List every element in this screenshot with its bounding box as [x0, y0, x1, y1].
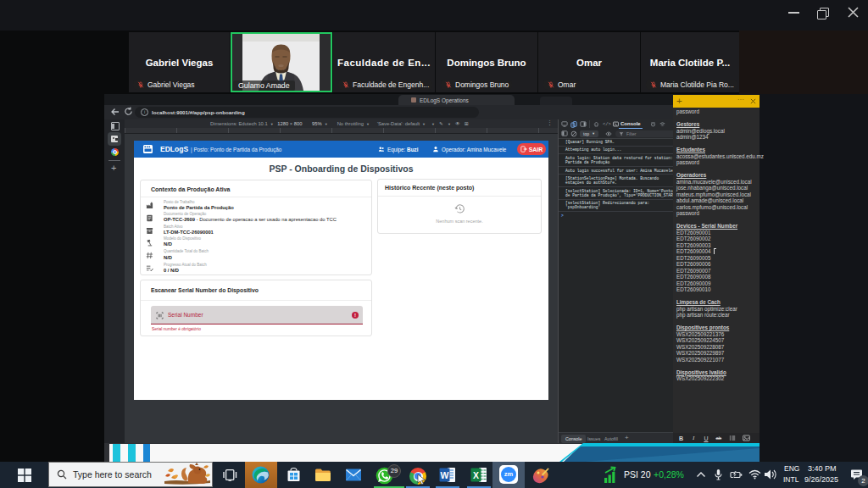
svg-text:W: W [441, 470, 449, 480]
svg-text:X: X [473, 470, 479, 480]
